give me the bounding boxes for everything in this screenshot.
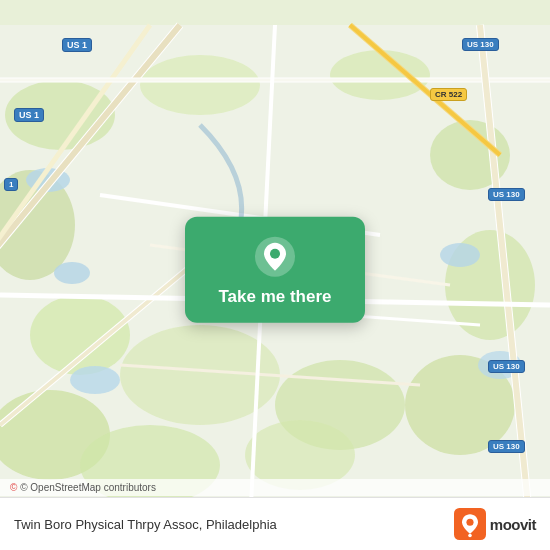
road-label-us130-lower: US 130 [488, 360, 525, 373]
moovit-logo-icon [454, 508, 486, 540]
road-label-us1-mid: US 1 [14, 108, 44, 122]
road-label-1-left: 1 [4, 178, 18, 191]
bottom-bar: Twin Boro Physical Thrpy Assoc, Philadel… [0, 497, 550, 550]
road-label-us1-top: US 1 [62, 38, 92, 52]
road-label-us130-bottom: US 130 [488, 440, 525, 453]
svg-point-6 [330, 50, 430, 100]
svg-point-37 [270, 249, 280, 259]
location-pin-icon [253, 235, 297, 279]
svg-point-15 [54, 262, 90, 284]
location-text: Twin Boro Physical Thrpy Assoc, Philadel… [14, 517, 277, 532]
take-me-there-label: Take me there [218, 287, 331, 307]
copyright-text: © © OpenStreetMap contributors [10, 482, 156, 493]
svg-point-3 [30, 295, 130, 375]
popup-card[interactable]: Take me there [185, 217, 365, 323]
road-label-cr522: CR 522 [430, 88, 467, 101]
map-container: US 1 US 1 1 US 130 US 130 US 130 US 130 … [0, 0, 550, 550]
svg-point-39 [466, 519, 473, 526]
moovit-text: moovit [490, 516, 536, 533]
svg-point-16 [70, 366, 120, 394]
moovit-logo: moovit [454, 508, 536, 540]
svg-point-17 [440, 243, 480, 267]
svg-point-5 [140, 55, 260, 115]
copyright-bar: © © OpenStreetMap contributors [0, 479, 550, 496]
road-label-us130-top: US 130 [462, 38, 499, 51]
svg-point-40 [468, 534, 472, 538]
road-label-us130-mid: US 130 [488, 188, 525, 201]
